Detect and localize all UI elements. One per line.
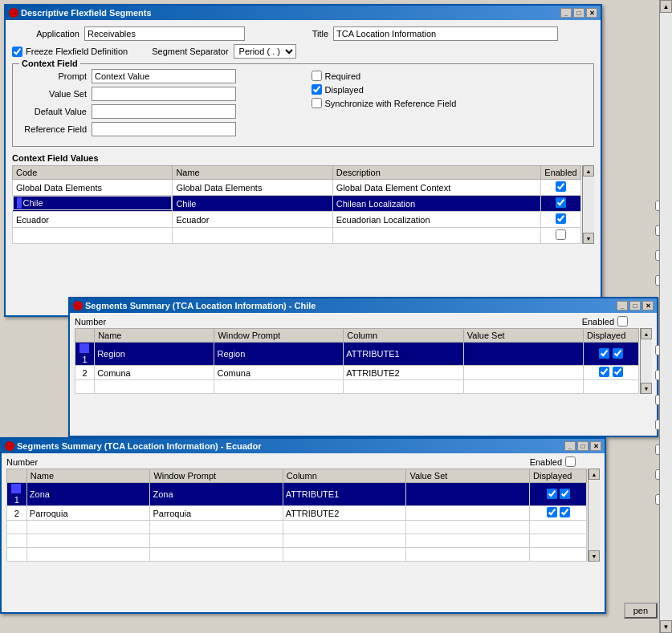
ecuador-scroll-down[interactable]: ▼ <box>589 550 600 562</box>
name-cell <box>26 534 150 548</box>
application-input[interactable] <box>84 26 245 41</box>
chile-close-button[interactable]: ✕ <box>642 301 654 310</box>
col-window-prompt: Window Prompt <box>214 329 344 343</box>
enabled-checkbox[interactable] <box>556 229 566 240</box>
enabled-cell <box>540 196 580 212</box>
scroll-down-arrow[interactable]: ▼ <box>583 233 594 244</box>
ecuador-close-button[interactable]: ✕ <box>590 441 601 451</box>
required-checkbox[interactable] <box>312 71 322 81</box>
ecuador-segment-row[interactable] <box>7 548 587 562</box>
maximize-button[interactable]: □ <box>573 8 584 18</box>
chile-top-enabled-checkbox[interactable] <box>617 316 628 327</box>
ecuador-top-enabled-checkbox[interactable] <box>565 456 576 467</box>
ecuador-scroll-track <box>589 480 600 550</box>
enabled-cb[interactable] <box>547 507 557 517</box>
table-row[interactable]: Global Data Elements Global Data Element… <box>13 180 581 196</box>
chile-minimize-button[interactable]: _ <box>617 301 628 310</box>
enabled-cell <box>540 212 580 228</box>
application-row: Application Title <box>12 26 594 41</box>
context-field-values-table: Code Name Description Enabled Global Dat… <box>12 165 581 244</box>
table-row[interactable] <box>13 228 581 244</box>
enabled-checkbox[interactable] <box>556 213 566 224</box>
table-row[interactable]: Ecuador Ecuador Ecuadorian Localization <box>13 212 581 228</box>
reference-field-input[interactable] <box>92 122 236 136</box>
window-prompt-cell <box>150 548 283 562</box>
context-field-values-title: Context Field Values <box>12 153 594 163</box>
enabled-checkbox[interactable] <box>556 197 566 208</box>
ecuador-segment-row[interactable]: 1 Zona Zona ATTRIBUTE1 <box>7 483 587 506</box>
window-prompt-cell: Parroquia <box>150 506 283 521</box>
segment-separator-select[interactable]: Period ( . ) <box>234 44 296 59</box>
ecuador-maximize-button[interactable]: □ <box>577 441 589 451</box>
prompt-input[interactable] <box>92 69 236 83</box>
default-value-input[interactable] <box>92 104 236 119</box>
enabled-cb[interactable] <box>599 348 609 359</box>
chile-segment-row[interactable]: 2 Comuna Comuna ATTRIBUTE2 <box>75 366 639 380</box>
num-cell: 1 <box>75 343 95 366</box>
window-controls: _ □ ✕ <box>560 8 597 18</box>
close-button[interactable]: ✕ <box>586 8 597 18</box>
freeze-checkbox[interactable] <box>12 47 22 57</box>
ecuador-segment-row[interactable] <box>7 534 587 548</box>
chile-scrollbar[interactable]: ▲ ▼ <box>640 328 652 394</box>
ecuador-minimize-button[interactable]: _ <box>564 441 576 451</box>
chile-segment-row[interactable]: 1 Region Region ATTRIBUTE1 <box>75 343 639 366</box>
col-name: Name <box>173 166 332 180</box>
titlebar-left: Descriptive Flexfield Segments <box>9 8 152 18</box>
reference-field-row: Reference Field <box>19 122 295 136</box>
value-set-cell <box>463 380 583 394</box>
num-cell <box>7 534 27 548</box>
displayed-cb[interactable] <box>560 489 570 499</box>
main-window-title: Descriptive Flexfield Segments <box>21 8 152 18</box>
col-window-prompt: Window Prompt <box>150 469 283 483</box>
chile-scroll-up[interactable]: ▲ <box>641 328 652 339</box>
chile-window-titlebar: Segments Summary (TCA Location Informati… <box>70 298 657 313</box>
displayed-cb[interactable] <box>560 507 570 517</box>
ecuador-segment-row[interactable]: 2 Parroquia Parroquia ATTRIBUTE2 <box>7 506 587 521</box>
chile-segment-row[interactable] <box>75 380 639 394</box>
name-cell: Region <box>95 343 214 366</box>
displayed-cell <box>530 548 587 562</box>
ecuador-scrollbar[interactable]: ▲ ▼ <box>588 469 600 562</box>
chile-scroll-down[interactable]: ▼ <box>641 383 652 394</box>
scroll-up-arrow[interactable]: ▲ <box>583 165 594 177</box>
ecuador-window-title: Segments Summary (TCA Location Informati… <box>17 441 262 451</box>
ecuador-number-label: Number <box>6 457 38 467</box>
freeze-row: Freeze Flexfield Definition Segment Sepa… <box>12 44 594 59</box>
sync-checkbox[interactable] <box>312 98 322 108</box>
displayed-cb[interactable] <box>613 348 623 359</box>
table-row[interactable]: Chile Chile Chilean Localization <box>13 196 581 212</box>
chile-window-controls: _ □ ✕ <box>617 301 654 310</box>
chile-maximize-button[interactable]: □ <box>629 301 641 310</box>
window-prompt-cell: Region <box>214 343 344 366</box>
chile-window-icon <box>73 301 83 310</box>
ecuador-scroll-up[interactable]: ▲ <box>589 469 600 480</box>
enabled-cb[interactable] <box>599 367 609 377</box>
title-input[interactable] <box>333 26 558 41</box>
ecuador-enabled-label: Enabled <box>530 457 562 467</box>
value-set-cell <box>406 534 530 548</box>
outer-scroll-down[interactable]: ▼ <box>660 620 672 633</box>
window-prompt-cell: Comuna <box>214 366 344 380</box>
displayed-cell <box>530 506 587 521</box>
displayed-checkbox[interactable] <box>312 84 322 95</box>
col-num <box>7 469 27 483</box>
minimize-button[interactable]: _ <box>560 8 572 18</box>
context-field-values-section: Context Field Values Code Name Descripti… <box>12 153 594 244</box>
displayed-cell <box>584 343 639 366</box>
table-scrollbar[interactable]: ▲ ▼ <box>582 165 594 244</box>
outer-scrollbar[interactable]: ▲ ▼ <box>659 0 672 633</box>
context-field-values-table-wrapper: Code Name Description Enabled Global Dat… <box>12 165 594 244</box>
enabled-checkbox[interactable] <box>556 181 566 192</box>
displayed-cb[interactable] <box>613 367 623 377</box>
ecuador-segment-row[interactable] <box>7 521 587 534</box>
window-icon <box>9 8 18 18</box>
default-value-label: Default Value <box>19 107 92 116</box>
outer-scroll-up[interactable]: ▲ <box>660 0 672 13</box>
name-cell <box>26 521 150 534</box>
open-button[interactable]: pen <box>624 603 658 619</box>
desc-cell: Chilean Localization <box>332 196 540 212</box>
enabled-cb[interactable] <box>547 489 557 499</box>
num-cell: 2 <box>75 366 95 380</box>
value-set-input[interactable] <box>92 87 236 101</box>
